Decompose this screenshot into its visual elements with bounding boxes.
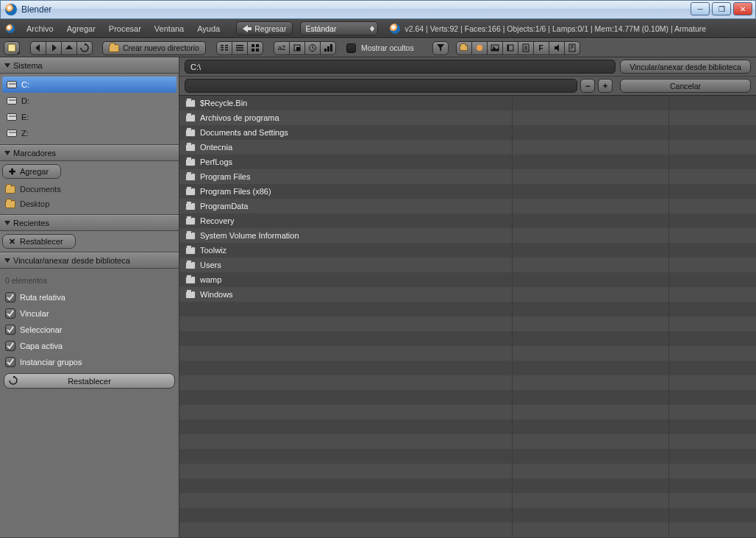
filter-text-button[interactable] bbox=[564, 41, 580, 55]
filter-toggle-button[interactable] bbox=[432, 41, 449, 55]
filter-image-button[interactable] bbox=[487, 41, 503, 55]
file-row bbox=[179, 434, 756, 449]
filter-movie-button[interactable] bbox=[502, 41, 518, 55]
filter-folder-button[interactable] bbox=[456, 41, 472, 55]
menu-add[interactable]: Agregar bbox=[61, 22, 101, 35]
file-row[interactable]: Documents and Settings bbox=[179, 125, 756, 140]
reset-options-button[interactable]: Restablecer bbox=[4, 373, 175, 389]
back-button[interactable]: Regresar bbox=[236, 21, 293, 35]
folder-icon bbox=[460, 45, 468, 51]
file-row[interactable]: ProgramData bbox=[179, 199, 756, 213]
folder-icon bbox=[185, 99, 196, 107]
menu-help[interactable]: Ayuda bbox=[191, 22, 226, 35]
sort-alpha-button[interactable]: aZ bbox=[274, 41, 290, 55]
display-thumbnails-button[interactable] bbox=[247, 41, 263, 55]
reset-recent-button[interactable]: ✕ Restablecer bbox=[2, 234, 76, 249]
file-row[interactable]: $Recycle.Bin bbox=[179, 96, 756, 110]
drive-item[interactable]: E: bbox=[2, 109, 176, 125]
file-row bbox=[179, 420, 756, 434]
panel-bookmarks-header[interactable]: Marcadores bbox=[0, 145, 179, 161]
filter-sound-button[interactable] bbox=[549, 41, 565, 55]
filename-input[interactable] bbox=[185, 79, 577, 93]
drive-icon bbox=[7, 113, 17, 121]
directory-input[interactable]: C:\ bbox=[185, 60, 616, 74]
file-row[interactable]: PerfLogs bbox=[179, 155, 756, 169]
menu-window[interactable]: Ventana bbox=[149, 22, 190, 35]
list-long-icon bbox=[235, 43, 244, 52]
execute-button[interactable]: Vincular/anexar desde biblioteca bbox=[620, 60, 751, 74]
blend-file-icon bbox=[475, 43, 484, 52]
svg-rect-24 bbox=[507, 45, 509, 51]
file-row[interactable]: Windows bbox=[179, 287, 756, 302]
file-row[interactable]: Ontecnia bbox=[179, 140, 756, 155]
drive-item[interactable]: C: bbox=[2, 77, 176, 93]
file-name: Toolwiz bbox=[200, 246, 227, 255]
filename-increment-button[interactable]: + bbox=[598, 79, 613, 93]
drive-item[interactable]: D: bbox=[2, 93, 176, 109]
filename-row: − + Cancelar bbox=[179, 77, 756, 96]
option-select[interactable]: Seleccionar bbox=[2, 322, 176, 338]
sort-size-button[interactable] bbox=[320, 41, 336, 55]
sort-ext-button[interactable] bbox=[289, 41, 305, 55]
folder-icon bbox=[185, 158, 196, 166]
window-title: Blender bbox=[21, 4, 51, 15]
panel-system-header[interactable]: Sistema bbox=[0, 57, 179, 74]
sort-time-button[interactable] bbox=[304, 41, 321, 55]
option-label: Seleccionar bbox=[20, 325, 62, 334]
filter-blend-button[interactable] bbox=[471, 41, 488, 55]
nav-forward-button[interactable] bbox=[46, 41, 62, 55]
sort-ext-icon bbox=[293, 43, 302, 52]
menu-process[interactable]: Procesar bbox=[103, 22, 147, 35]
file-row[interactable]: Recovery bbox=[179, 213, 756, 228]
folder-icon bbox=[185, 291, 196, 299]
chevron-down-icon bbox=[4, 258, 10, 263]
option-link[interactable]: Vincular bbox=[2, 305, 176, 322]
window-maximize-button[interactable]: ❐ bbox=[712, 2, 731, 15]
file-row[interactable]: Toolwiz bbox=[179, 243, 756, 258]
blender-icon[interactable] bbox=[6, 24, 15, 33]
file-list[interactable]: $Recycle.BinArchivos de programaDocument… bbox=[179, 96, 756, 538]
create-directory-button[interactable]: Crear nuevo directorio bbox=[102, 41, 206, 55]
window-close-button[interactable]: ✕ bbox=[733, 2, 752, 15]
svg-rect-3 bbox=[221, 49, 224, 51]
funnel-icon bbox=[436, 43, 445, 52]
cancel-button[interactable]: Cancelar bbox=[620, 79, 751, 93]
file-row[interactable]: Program Files (x86) bbox=[179, 184, 756, 199]
file-row[interactable]: wamp bbox=[179, 272, 756, 287]
bookmark-item[interactable]: Documents bbox=[2, 182, 176, 197]
nav-back-button[interactable] bbox=[30, 41, 46, 55]
chevron-down-icon bbox=[4, 221, 10, 225]
panel-link-header[interactable]: Vincular/anexar desde biblioteca bbox=[0, 252, 179, 269]
filename-decrement-button[interactable]: − bbox=[580, 79, 595, 93]
nav-refresh-button[interactable] bbox=[76, 41, 93, 55]
drive-item[interactable]: Z: bbox=[2, 125, 176, 141]
file-row[interactable]: System Volume Information bbox=[179, 228, 756, 243]
option-instance[interactable]: Instanciar grupos bbox=[2, 354, 176, 370]
filter-font-button[interactable]: F bbox=[533, 41, 549, 55]
folder-icon bbox=[185, 276, 196, 284]
window-minimize-button[interactable]: ─ bbox=[691, 2, 710, 15]
editor-type-button[interactable] bbox=[4, 41, 20, 55]
file-row[interactable]: Users bbox=[179, 258, 756, 272]
movie-icon bbox=[506, 43, 515, 52]
show-hidden-checkbox[interactable] bbox=[346, 43, 356, 53]
file-row[interactable]: Program Files bbox=[179, 169, 756, 184]
file-row bbox=[179, 478, 756, 493]
refresh-icon bbox=[80, 43, 89, 52]
file-name: Archivos de programa bbox=[200, 113, 279, 122]
add-bookmark-button[interactable]: ✚ Agregar bbox=[2, 164, 61, 179]
display-longlist-button[interactable] bbox=[232, 41, 248, 55]
nav-up-button[interactable] bbox=[61, 41, 77, 55]
panel-recent-header[interactable]: Recientes bbox=[0, 215, 179, 231]
file-row[interactable]: Archivos de programa bbox=[179, 110, 756, 125]
menu-file[interactable]: Archivo bbox=[21, 22, 60, 35]
option-active[interactable]: Capa activa bbox=[2, 338, 176, 354]
option-relpath[interactable]: Ruta relativa bbox=[2, 289, 176, 305]
file-name: Windows bbox=[200, 290, 233, 299]
filter-script-button[interactable] bbox=[518, 41, 534, 55]
display-shortlist-button[interactable] bbox=[216, 41, 232, 55]
folder-icon bbox=[185, 114, 196, 122]
bookmark-label: Desktop bbox=[20, 199, 49, 208]
bookmark-item[interactable]: Desktop bbox=[2, 197, 176, 211]
screen-layout-select[interactable]: Estándar bbox=[300, 21, 378, 35]
